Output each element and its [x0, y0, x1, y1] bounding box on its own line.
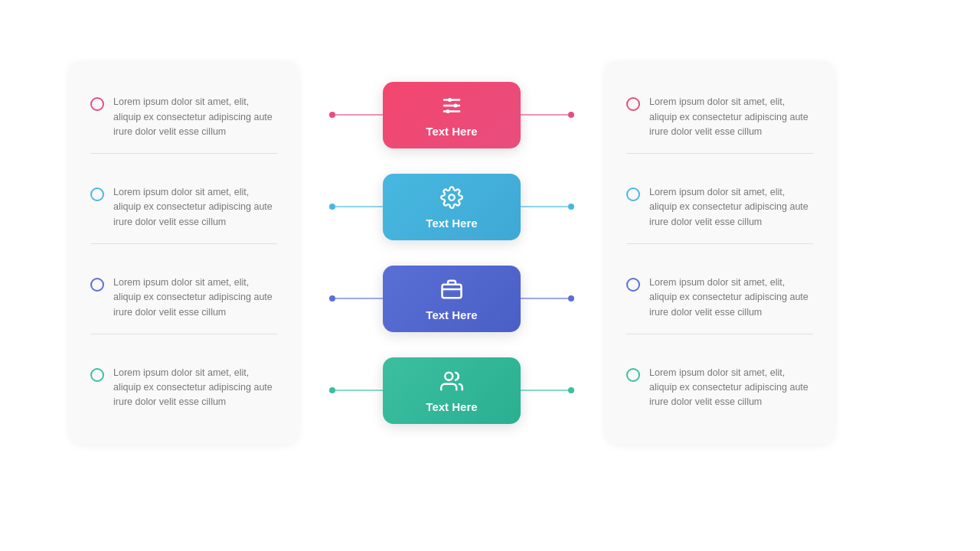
- card-card-1[interactable]: Text Here: [383, 82, 521, 148]
- left-text-2: Lorem ipsum dolor sit amet, elit, aliqui…: [113, 185, 277, 230]
- line-left-1: [335, 114, 383, 116]
- svg-point-10: [445, 372, 452, 380]
- card-card-4[interactable]: Text Here: [383, 357, 521, 424]
- right-text-1: Lorem ipsum dolor sit amet, elit, aliqui…: [649, 95, 813, 139]
- left-item-1: Lorem ipsum dolor sit amet, elit, aliqui…: [90, 95, 277, 154]
- circle-icon-left-4: [90, 368, 104, 382]
- dot-left-1: [329, 112, 335, 118]
- right-item-1: Lorem ipsum dolor sit amet, elit, aliqui…: [626, 95, 813, 154]
- dot-right-1: [568, 112, 574, 118]
- dot-left-3: [329, 295, 335, 302]
- left-item-3: Lorem ipsum dolor sit amet, elit, aliqui…: [90, 276, 277, 334]
- dot-right-3: [568, 295, 574, 302]
- right-text-4: Lorem ipsum dolor sit amet, elit, aliqui…: [649, 366, 813, 410]
- dot-right-2: [568, 204, 574, 210]
- dot-right-4: [568, 387, 574, 393]
- line-left-3: [335, 298, 383, 299]
- left-item-4: Lorem ipsum dolor sit amet, elit, aliqui…: [90, 366, 277, 410]
- right-item-4: Lorem ipsum dolor sit amet, elit, aliqui…: [626, 366, 813, 410]
- line-left-4: [335, 390, 383, 391]
- left-panel: Lorem ipsum dolor sit amet, elit, aliqui…: [69, 61, 299, 444]
- right-text-2: Lorem ipsum dolor sit amet, elit, aliqui…: [649, 185, 813, 230]
- card-icon-2: [440, 186, 463, 212]
- svg-rect-7: [443, 284, 462, 298]
- line-right-1: [521, 114, 568, 116]
- left-text-3: Lorem ipsum dolor sit amet, elit, aliqui…: [113, 276, 277, 320]
- center-row-1: Text Here: [329, 82, 574, 148]
- center-row-2: Text Here: [329, 174, 574, 240]
- circle-icon-left-2: [90, 187, 104, 201]
- right-item-2: Lorem ipsum dolor sit amet, elit, aliqui…: [626, 185, 813, 244]
- circle-icon-right-2: [626, 187, 640, 201]
- card-card-2[interactable]: Text Here: [383, 174, 521, 240]
- svg-point-6: [449, 194, 455, 201]
- card-icon-4: [440, 370, 463, 396]
- line-right-4: [521, 390, 568, 391]
- line-left-2: [335, 206, 383, 207]
- card-label-4: Text Here: [426, 400, 477, 413]
- dot-left-4: [329, 387, 335, 393]
- right-text-3: Lorem ipsum dolor sit amet, elit, aliqui…: [649, 276, 813, 320]
- circle-icon-right-4: [626, 368, 640, 382]
- center-row-3: Text Here: [329, 266, 574, 332]
- right-panel: Lorem ipsum dolor sit amet, elit, aliqui…: [605, 61, 835, 444]
- left-item-2: Lorem ipsum dolor sit amet, elit, aliqui…: [90, 185, 277, 244]
- card-icon-1: [440, 94, 463, 120]
- svg-point-4: [454, 103, 458, 107]
- left-text-4: Lorem ipsum dolor sit amet, elit, aliqui…: [113, 366, 277, 410]
- svg-point-5: [446, 109, 450, 113]
- card-label-3: Text Here: [426, 308, 477, 321]
- svg-point-3: [448, 98, 452, 102]
- circle-icon-left-3: [90, 278, 104, 292]
- line-right-2: [521, 206, 568, 207]
- center-row-4: Text Here: [329, 357, 574, 424]
- card-card-3[interactable]: Text Here: [383, 266, 521, 332]
- circle-icon-left-1: [90, 97, 104, 111]
- card-icon-3: [440, 278, 463, 304]
- right-item-3: Lorem ipsum dolor sit amet, elit, aliqui…: [626, 276, 813, 334]
- left-text-1: Lorem ipsum dolor sit amet, elit, aliqui…: [113, 95, 277, 139]
- line-right-3: [521, 298, 568, 299]
- center-column: Text Here Text Here Text Here: [329, 61, 574, 444]
- card-label-2: Text Here: [426, 217, 477, 230]
- circle-icon-right-1: [626, 97, 640, 111]
- main-layout: Lorem ipsum dolor sit amet, elit, aliqui…: [69, 61, 911, 444]
- card-label-1: Text Here: [426, 125, 477, 138]
- circle-icon-right-3: [626, 278, 640, 292]
- dot-left-2: [329, 204, 335, 210]
